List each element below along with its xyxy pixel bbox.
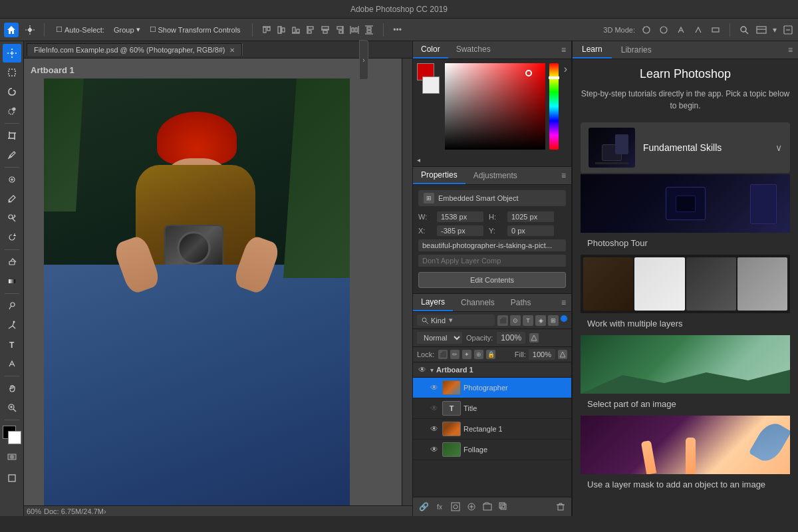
minimize-icon[interactable]	[782, 24, 794, 36]
layer-vis-rectangle[interactable]: 👁	[429, 424, 440, 434]
canvas-scroll-bottom[interactable]: 60% Doc: 6.75M/24.7M ›	[24, 505, 412, 516]
lock-artboard-icon[interactable]: ⊕	[474, 350, 483, 359]
3d-icon3[interactable]	[675, 24, 687, 36]
opacity-value[interactable]: 100%	[497, 332, 525, 344]
layer-vis-photographer[interactable]: 👁	[429, 382, 440, 393]
h-value[interactable]: 1025 px	[507, 211, 554, 222]
layers-panel-menu[interactable]: ≡	[556, 295, 571, 310]
history-brush-btn[interactable]	[3, 228, 21, 247]
delete-layer-btn[interactable]	[554, 500, 567, 513]
tab-properties[interactable]: Properties	[413, 167, 466, 184]
learn-tutorial-item[interactable]: Use a layer mask to add an object to an …	[581, 416, 790, 495]
layer-item[interactable]: 👁 Rectangle 1	[413, 419, 571, 440]
canvas-tab[interactable]: FileInfo.com Example.psd @ 60% (Photogra…	[27, 43, 242, 56]
new-group-btn[interactable]	[481, 500, 494, 513]
search-icon[interactable]	[738, 24, 750, 36]
layer-item[interactable]: 👁 T Title	[413, 398, 571, 419]
props-panel-menu[interactable]: ≡	[556, 168, 571, 183]
tab-libraries[interactable]: Libraries	[612, 42, 661, 58]
x-value[interactable]: -385 px	[437, 225, 483, 236]
3d-icon2[interactable]	[658, 24, 670, 36]
hand-tool-btn[interactable]	[3, 379, 21, 398]
filter-adjust-icon[interactable]: ⊙	[510, 315, 521, 326]
color-panel-menu[interactable]: ≡	[556, 43, 571, 57]
lock-position-icon[interactable]: ✦	[462, 350, 471, 359]
new-layer-btn[interactable]	[497, 500, 510, 513]
move-tool-btn[interactable]	[3, 44, 21, 63]
distribute-v-icon[interactable]	[363, 24, 375, 36]
3d-icon4[interactable]	[692, 24, 704, 36]
layer-vis-title[interactable]: 👁	[429, 403, 440, 414]
tab-adjustments[interactable]: Adjustments	[466, 168, 525, 184]
workspace-dropdown[interactable]: ▾	[773, 25, 777, 35]
learn-section-expand-arrow[interactable]: ∨	[775, 142, 782, 153]
brush-tool-btn[interactable]	[3, 190, 21, 208]
text-tool-btn[interactable]: T	[3, 335, 21, 354]
lock-all-icon[interactable]: 🔒	[486, 350, 495, 359]
move-tool[interactable]	[24, 24, 36, 36]
spectrum-arrow[interactable]: ›	[564, 63, 567, 150]
learn-panel-menu[interactable]: ≡	[783, 43, 798, 57]
y-value[interactable]: 0 px	[507, 225, 554, 236]
screen-mode-btn[interactable]	[3, 469, 21, 487]
artboard-group-header[interactable]: 👁 ▾ Artboard 1	[413, 362, 571, 378]
home-button[interactable]	[4, 23, 19, 37]
layer-comp-dropdown[interactable]: Don't Apply Layer Comp	[418, 255, 566, 267]
background-color[interactable]	[8, 431, 21, 444]
workspace-icon[interactable]	[755, 24, 767, 36]
learn-tutorial-item[interactable]: Photoshop Tour	[581, 174, 790, 253]
lock-transparent-icon[interactable]: ⬛	[438, 350, 448, 359]
blend-mode-select[interactable]: Normal	[417, 332, 462, 344]
learn-section-header[interactable]: Fundamental Skills ∨	[581, 122, 790, 173]
eyedropper-btn[interactable]	[3, 146, 21, 164]
color-gradient-picker[interactable]	[445, 63, 545, 150]
path-select-btn[interactable]	[3, 354, 21, 373]
transform-controls-checkbox[interactable]: ☐ Show Transform Controls	[146, 24, 244, 35]
filter-text-icon[interactable]: T	[523, 315, 533, 326]
layer-vis-follage[interactable]: 👁	[429, 444, 440, 455]
layer-item[interactable]: 👁 Photographer	[413, 378, 571, 398]
layer-mask-btn[interactable]	[449, 500, 462, 513]
bg-swatch[interactable]	[422, 76, 440, 94]
fill-slider-icon[interactable]	[558, 350, 567, 359]
pen-tool-btn[interactable]	[3, 316, 21, 334]
color-swatches[interactable]	[3, 426, 21, 444]
edit-contents-button[interactable]: Edit Contents	[418, 272, 566, 288]
3d-icon5[interactable]	[710, 24, 722, 36]
layers-filter-kind[interactable]: Kind ▾	[417, 315, 495, 326]
tab-learn[interactable]: Learn	[573, 41, 612, 59]
distribute-icon[interactable]	[348, 24, 360, 36]
lock-paint-icon[interactable]: ✏	[450, 350, 460, 359]
quick-mask-btn[interactable]	[3, 448, 21, 466]
align-bottom-icon[interactable]	[290, 24, 302, 36]
artboard-visibility[interactable]: 👁	[417, 364, 428, 375]
tab-channels[interactable]: Channels	[453, 295, 503, 311]
tab-swatches[interactable]: Swatches	[448, 41, 499, 59]
color-bottom-arrow[interactable]: ◂	[417, 156, 420, 164]
align-left-icon[interactable]	[305, 24, 317, 36]
align-right-icon[interactable]	[334, 24, 346, 36]
fill-value[interactable]: 100%	[529, 349, 555, 360]
w-value[interactable]: 1538 px	[437, 211, 483, 222]
filter-shape-icon[interactable]: ◈	[535, 315, 546, 326]
layer-effects-btn[interactable]: fx	[433, 500, 446, 513]
eraser-btn[interactable]	[3, 253, 21, 271]
zoom-tool-btn[interactable]	[3, 398, 21, 417]
learn-tutorial-item[interactable]: Select part of an image	[581, 335, 790, 414]
crop-tool-btn[interactable]	[3, 126, 21, 145]
filter-pixel-icon[interactable]: ⬛	[497, 315, 508, 326]
tab-color[interactable]: Color	[413, 41, 448, 59]
marquee-tool-btn[interactable]	[3, 63, 21, 82]
auto-select-checkbox[interactable]: ☐ Auto-Select:	[53, 24, 108, 35]
more-options-icon[interactable]: •••	[392, 24, 404, 36]
new-fill-layer-btn[interactable]	[465, 500, 478, 513]
panel-collapse-btn[interactable]: ›	[359, 40, 368, 80]
align-horiz-icon[interactable]	[319, 24, 331, 36]
hue-slider[interactable]	[549, 63, 559, 150]
link-layers-btn[interactable]: 🔗	[417, 500, 430, 513]
group-dropdown[interactable]: Group ▾	[110, 24, 144, 35]
clone-tool-btn[interactable]	[3, 209, 21, 227]
gradient-btn[interactable]	[3, 272, 21, 291]
canvas-scroll-right[interactable]	[402, 59, 412, 516]
align-top-icon[interactable]	[261, 24, 273, 36]
